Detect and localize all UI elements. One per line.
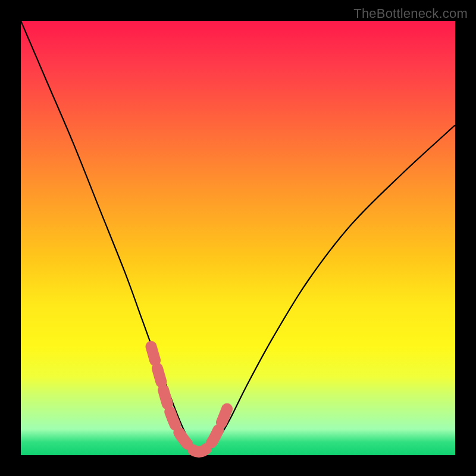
chart-frame: TheBottleneck.com bbox=[0, 0, 476, 476]
chart-svg bbox=[21, 21, 455, 455]
watermark-text: TheBottleneck.com bbox=[353, 6, 468, 21]
optimal-range-band bbox=[151, 347, 229, 452]
chart-plot-area bbox=[21, 21, 455, 455]
bottleneck-curve-line bbox=[21, 21, 455, 452]
optimal-range-markers bbox=[151, 347, 229, 452]
